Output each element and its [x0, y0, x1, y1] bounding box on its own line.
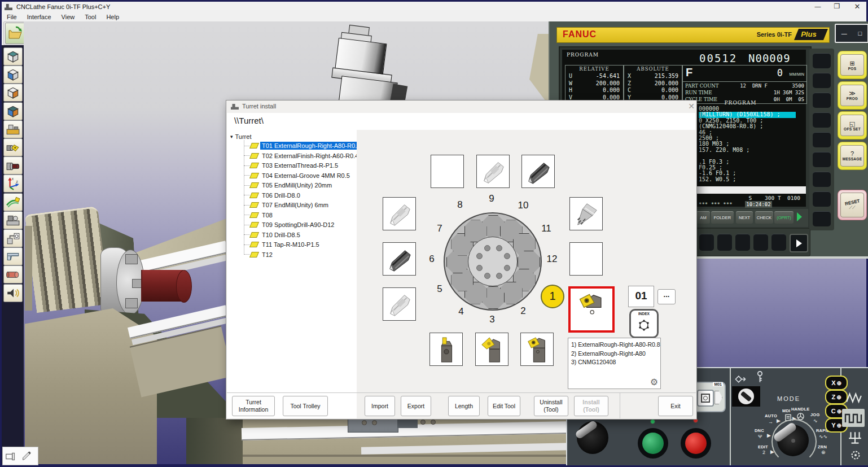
fkey-prog[interactable]: ≫PROG: [838, 81, 867, 110]
sidebar-view-cube-solid[interactable]: [3, 102, 23, 120]
mode-zrn[interactable]: ZRN: [818, 444, 827, 449]
panel-key[interactable]: [813, 93, 831, 108]
sidebar-workpiece-cylinder[interactable]: [3, 265, 23, 283]
mode-mdi[interactable]: MDI: [782, 408, 790, 413]
tree-item[interactable]: T07 EndMill(Unity) 6mm: [244, 200, 330, 210]
gear-icon[interactable]: [848, 448, 863, 462]
mode-dial[interactable]: [777, 425, 809, 456]
tool-slot-6[interactable]: [383, 242, 416, 276]
tree-collapse-icon[interactable]: ▾: [230, 134, 233, 139]
tree-item[interactable]: T10 Drill-D8.5: [244, 230, 302, 239]
tool-slot-3[interactable]: [475, 333, 508, 366]
tool-slot-12[interactable]: [569, 242, 603, 276]
tree-item[interactable]: T02 ExternalFinish-Right-A60-R0.4: [244, 151, 360, 160]
mode-auto[interactable]: AUTO: [765, 413, 777, 418]
tool-slot-8[interactable]: [431, 155, 464, 188]
index-button[interactable]: INDEX: [629, 309, 659, 338]
feed-hold-button[interactable]: [681, 428, 711, 459]
mdi-key[interactable]: [699, 234, 714, 251]
tool-slot-5[interactable]: [383, 287, 416, 321]
panel-key[interactable]: [813, 211, 831, 226]
mdi-key[interactable]: [771, 234, 786, 251]
button-export[interactable]: Export: [401, 396, 431, 416]
sidebar-view-cube-side[interactable]: [3, 84, 23, 102]
sidebar-insert-chuck-view[interactable]: [3, 138, 23, 156]
sidebar-machine-view[interactable]: [3, 120, 23, 138]
tool-slot-1-selected[interactable]: rect x="17" y="21" width="21" height="26…: [568, 286, 615, 333]
reset-key[interactable]: RESET⟋⟋: [838, 190, 867, 220]
tree-item[interactable]: T01 ExternalRough-Right-A80-R0.8: [244, 141, 362, 150]
button-tool-trolley[interactable]: Tool Trolley: [283, 396, 328, 416]
button-exit[interactable]: Exit: [658, 396, 693, 416]
thread-feed-icon[interactable]: [845, 391, 862, 404]
tool-slot-11[interactable]: [569, 197, 603, 230]
softkey-next[interactable]: NEXT: [736, 211, 753, 224]
tool-slot-7[interactable]: [383, 197, 416, 230]
axis-key-x[interactable]: X⊕: [825, 376, 848, 390]
softkey-folder[interactable]: FOLDER: [711, 211, 734, 224]
maximize-button[interactable]: ❐: [829, 2, 845, 11]
button-length[interactable]: Length: [448, 396, 480, 416]
panel-key[interactable]: [813, 73, 831, 88]
tree-item[interactable]: T05 EndMill(Unity) 20mm: [244, 181, 334, 190]
panel-key[interactable]: [813, 132, 831, 147]
mode-dnc[interactable]: DNC: [755, 428, 764, 433]
sidebar-chuck-workpiece-view[interactable]: [3, 156, 23, 174]
button-import[interactable]: Import: [365, 396, 395, 416]
panel-minimize-icon[interactable]: —: [841, 30, 847, 37]
panel-key[interactable]: [813, 172, 831, 187]
tree-item[interactable]: T06 Drill-D8.0: [244, 191, 302, 200]
menu-tool[interactable]: Tool: [80, 13, 101, 21]
sidebar-view-cube-top[interactable]: [3, 47, 23, 66]
program-protect-keyswitch[interactable]: [732, 386, 760, 407]
menu-file[interactable]: File: [2, 13, 22, 21]
tree-item[interactable]: T03 ExternalThread-R-P1.5: [244, 161, 340, 170]
tree-item[interactable]: T04 External-Groove 4MM R0.5: [244, 171, 352, 180]
button-uninstall-tool-[interactable]: Uninstall (Tool): [534, 396, 568, 416]
menu-interface[interactable]: Interface: [22, 13, 56, 21]
spindle-table-icon[interactable]: [847, 430, 863, 445]
panel-key[interactable]: [813, 191, 831, 207]
m01-key[interactable]: [697, 390, 714, 407]
minimize-button[interactable]: —: [810, 3, 826, 11]
station-number-box[interactable]: 01: [628, 286, 654, 307]
play-key[interactable]: [790, 234, 808, 252]
mode-handle[interactable]: HANDLE: [791, 407, 809, 412]
tree-item[interactable]: T11 Tap-R-M10-P1.5: [244, 240, 321, 249]
tree-root[interactable]: ▾Turret: [230, 132, 251, 141]
menu-view[interactable]: View: [56, 13, 80, 21]
tree-item[interactable]: T12: [244, 250, 274, 259]
m01-optional-stop[interactable]: M01: [693, 382, 726, 412]
tool-slot-4[interactable]: [429, 333, 463, 366]
settings-gear-icon[interactable]: ⚙: [650, 377, 658, 387]
workpiece-outline-icon[interactable]: [3, 449, 19, 464]
mdi-key[interactable]: [753, 234, 768, 251]
fkey-message[interactable]: ?MESSAGE: [838, 142, 867, 170]
tool-slot-9[interactable]: [476, 155, 510, 188]
tree-item[interactable]: T09 SpottingDrill-A90-D12: [244, 220, 336, 229]
override-knob[interactable]: [577, 421, 608, 454]
sidebar-measure-caliper[interactable]: [3, 247, 23, 265]
fkey-ofs-set[interactable]: ◱OFS SET: [838, 111, 867, 139]
panel-maximize-icon[interactable]: □: [858, 30, 862, 37]
square-wave-key[interactable]: [842, 409, 865, 427]
softkey-oprt[interactable]: (OPRT): [774, 211, 794, 224]
sidebar-workpiece-setup[interactable]: [3, 229, 23, 247]
mode-jog[interactable]: JOG: [810, 412, 819, 417]
button-turret-information[interactable]: Turret Information: [232, 396, 275, 416]
sidebar-sound-toggle[interactable]: [3, 284, 23, 302]
mdi-key[interactable]: [735, 234, 750, 251]
dialog-close-icon[interactable]: ✕: [686, 102, 697, 112]
panel-key[interactable]: [813, 112, 831, 128]
browse-button[interactable]: ...: [657, 289, 676, 304]
button-install-tool-[interactable]: Install (Tool): [574, 396, 608, 416]
mdi-key[interactable]: [717, 234, 732, 251]
axis-key-z[interactable]: Z⊕: [825, 390, 848, 404]
mode-edit[interactable]: EDIT: [758, 444, 768, 449]
sidebar-coordinate-axes[interactable]: xz: [3, 174, 23, 193]
softkey-next-icon[interactable]: [797, 212, 802, 221]
sidebar-view-cube-front[interactable]: [3, 66, 23, 84]
softkey-check[interactable]: CHECK: [755, 211, 773, 224]
sidebar-tool-hand[interactable]: [3, 193, 23, 211]
sidebar-machine-turret-view[interactable]: [3, 211, 23, 229]
